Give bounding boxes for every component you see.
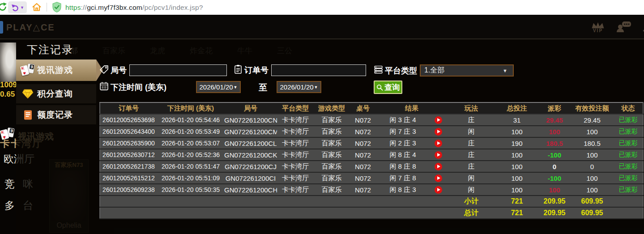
sidebar-item-label: 积分查询 bbox=[37, 88, 73, 100]
url-path: /pc/pcv1/index.jsp? bbox=[142, 4, 203, 12]
cell-game: 百家乐 bbox=[314, 161, 350, 172]
table-row: 2601200526434002026-01-20 05:53:49GN0722… bbox=[100, 126, 643, 137]
cell-result: 闲 7 庄 3 bbox=[376, 126, 429, 137]
cell-order: 260120052630712 bbox=[100, 149, 157, 161]
cell-result: 闲 3 庄 4 bbox=[376, 114, 429, 126]
date-to-value: 2026/01/20 bbox=[280, 83, 314, 91]
cell-result: 闲 8 庄 4 bbox=[376, 149, 429, 161]
column-header: 状态 bbox=[614, 102, 643, 114]
customer-service-button[interactable] bbox=[616, 20, 632, 34]
toolbar-divider bbox=[47, 3, 47, 12]
column-header: 结果 bbox=[376, 102, 447, 114]
order-number-input[interactable] bbox=[271, 64, 366, 76]
vip-button[interactable]: VIP bbox=[590, 21, 606, 33]
playing-cards-icon: 9K♥ bbox=[21, 64, 34, 77]
cell-platform: 卡卡湾厅 bbox=[277, 137, 314, 149]
table-row: 2601200526152122026-01-20 05:51:09GN0722… bbox=[100, 172, 643, 184]
logo-mark bbox=[0, 21, 3, 34]
search-icon bbox=[376, 84, 383, 91]
chevron-down-icon: ▼ bbox=[503, 68, 508, 73]
bet-time-label: 下注时间 (美东) bbox=[111, 82, 166, 93]
cell-time: 2026-01-20 05:51:47 bbox=[157, 161, 224, 172]
undo-icon bbox=[11, 3, 20, 12]
secure-shield-icon[interactable] bbox=[52, 2, 62, 14]
cell-order: 260120052621738 bbox=[100, 161, 157, 172]
home-icon[interactable] bbox=[31, 2, 42, 14]
cell-result: 闲 8 庄 3 bbox=[376, 184, 429, 196]
date-to-picker[interactable]: 2026/01/20▼ bbox=[277, 81, 321, 93]
cell-result: 闲 8 庄 8 bbox=[376, 161, 429, 172]
sidebar-item-quota-records[interactable]: 额度记录 bbox=[16, 105, 96, 124]
chat-icon bbox=[616, 20, 632, 33]
play-video-icon[interactable] bbox=[435, 163, 442, 170]
cell-payout: 100 bbox=[538, 126, 571, 137]
date-from-picker[interactable]: 2026/01/20▼ bbox=[196, 81, 241, 93]
platform-type-select[interactable]: 1.全部 ▼ bbox=[420, 64, 514, 77]
cell-table: N072 bbox=[350, 114, 376, 126]
column-header: 玩法 bbox=[447, 102, 495, 114]
cell-table: N072 bbox=[350, 161, 376, 172]
cell-blank bbox=[614, 207, 643, 219]
cell-payout: 180.5 bbox=[538, 137, 571, 149]
cell-order: 260120052615212 bbox=[100, 172, 157, 184]
table-row: 2601200526217382026-01-20 05:51:47GN0722… bbox=[100, 161, 643, 172]
balance-credit: 0.65 bbox=[0, 90, 15, 99]
cell-total-bet: 100 bbox=[495, 161, 538, 172]
refresh-icon[interactable] bbox=[0, 2, 8, 14]
cell-playtype: 庄 bbox=[447, 149, 495, 161]
cell-play-video bbox=[429, 114, 447, 126]
cell-valid-bet: 100 bbox=[571, 184, 614, 196]
play-video-icon[interactable] bbox=[435, 174, 442, 182]
column-header: 派彩 bbox=[538, 102, 571, 114]
cell-game: 百家乐 bbox=[314, 172, 350, 184]
sidebar-item-video-games[interactable]: 9K♥ 视讯游戏 bbox=[16, 60, 96, 81]
cell-summary-label: 小计 bbox=[447, 196, 495, 207]
cell-platform: 卡卡湾厅 bbox=[277, 172, 314, 184]
cell-summary-valid: 609.95 bbox=[571, 196, 614, 207]
cell-valid-bet: 100 bbox=[571, 149, 614, 161]
cell-order: 260120052609238 bbox=[100, 184, 157, 196]
cell-result: 闲 2 庄 3 bbox=[376, 137, 429, 149]
cell-table: N072 bbox=[350, 184, 376, 196]
address-bar[interactable]: https://gci.myf7f3bx.com/pc/pcv1/index.j… bbox=[65, 0, 203, 15]
sidebar-item-points-query[interactable]: 积分查询 bbox=[16, 84, 96, 103]
undo-button[interactable]: ▼ bbox=[8, 1, 27, 13]
calendar-icon bbox=[99, 81, 109, 93]
round-number-input[interactable] bbox=[129, 64, 227, 76]
cell-play-video bbox=[429, 149, 447, 161]
cell-total-bet: 100 bbox=[495, 126, 538, 137]
cell-platform: 卡卡湾厅 bbox=[277, 149, 314, 161]
cell-valid-bet: 100 bbox=[571, 126, 614, 137]
cell-round: GN072261200CL bbox=[224, 137, 277, 149]
cell-payout: 100 bbox=[538, 184, 571, 196]
diamond-icon bbox=[21, 89, 34, 99]
play-video-icon[interactable] bbox=[435, 128, 442, 136]
play-video-icon[interactable] bbox=[435, 116, 442, 124]
column-header: 局号 bbox=[224, 102, 277, 114]
cell-time: 2026-01-20 05:52:36 bbox=[157, 149, 224, 161]
music-icon[interactable]: ♪ bbox=[642, 20, 644, 35]
cell-payout: 0 bbox=[538, 161, 571, 172]
clipboard-icon bbox=[234, 64, 243, 76]
cell-round: GN072261200CI bbox=[224, 172, 277, 184]
table-header-row: 订单号下注时间 (美东)局号平台类型游戏类型桌号结果玩法总投注派彩有效投注额状态 bbox=[100, 102, 643, 114]
cell-summary-label: 总计 bbox=[447, 207, 495, 219]
play-video-icon[interactable] bbox=[435, 151, 442, 159]
cell-playtype: 庄 bbox=[447, 161, 495, 172]
cell-round: GN072261200CK bbox=[224, 149, 277, 161]
site-header: PLAY△CE VIP ♪ bbox=[0, 15, 644, 39]
site-logo: PLAY△CE bbox=[6, 22, 55, 33]
query-button-label: 查询 bbox=[384, 82, 400, 93]
cell-table: N072 bbox=[350, 149, 376, 161]
cell-payout: -100 bbox=[538, 172, 571, 184]
cell-blank bbox=[100, 207, 447, 219]
vip-label: VIP bbox=[593, 28, 603, 33]
total-row: 总计721209.95609.95 bbox=[100, 207, 643, 219]
play-video-icon[interactable] bbox=[435, 186, 442, 194]
cell-platform: 卡卡湾厅 bbox=[277, 114, 314, 126]
url-host: gci.myf7f3bx.com bbox=[87, 4, 142, 12]
cell-play-video bbox=[429, 172, 447, 184]
query-button[interactable]: 查询 bbox=[374, 81, 402, 94]
play-video-icon[interactable] bbox=[435, 140, 442, 147]
column-header: 下注时间 (美东) bbox=[157, 102, 224, 114]
